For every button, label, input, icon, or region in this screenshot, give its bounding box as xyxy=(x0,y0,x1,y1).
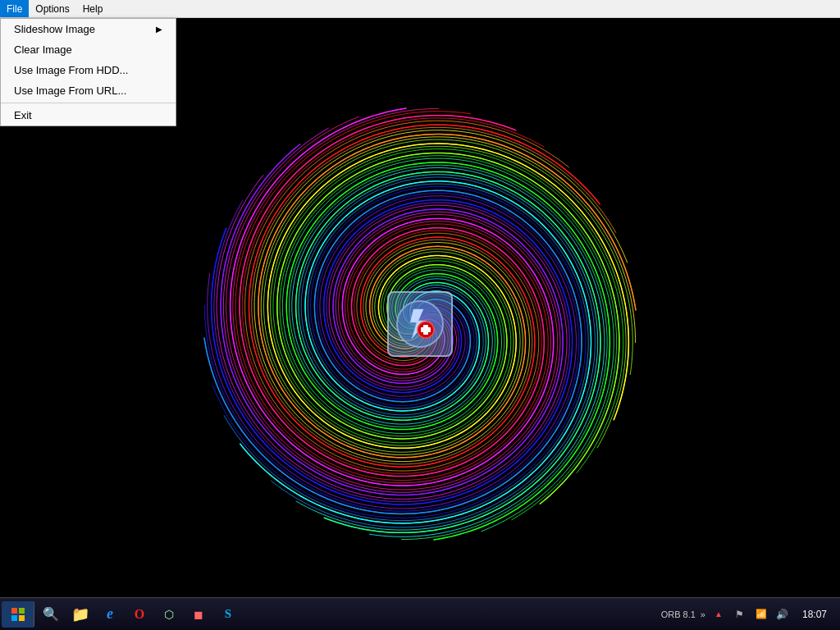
menu-slideshow-image[interactable]: Slideshow Image ▶ xyxy=(1,19,176,39)
tray-icon-flag: ⚑ xyxy=(732,606,748,623)
taskbar-icon-ie[interactable]: e xyxy=(97,601,123,628)
menu-use-image-hdd[interactable]: Use Image From HDD... xyxy=(1,60,176,80)
menu-help[interactable]: Help xyxy=(76,0,110,17)
file-dropdown: Slideshow Image ▶ Clear Image Use Image … xyxy=(0,18,176,126)
taskbar-icon-search[interactable]: 🔍 xyxy=(38,601,64,628)
tray-arrows[interactable]: » xyxy=(701,609,705,619)
menubar: File Options Help Slideshow Image ▶ Clea… xyxy=(0,0,840,18)
taskbar-icon-skype[interactable]: S xyxy=(215,601,241,628)
submenu-arrow: ▶ xyxy=(156,25,162,34)
windows-flag-icon xyxy=(11,608,25,621)
svg-rect-3 xyxy=(421,327,431,332)
system-tray: ORB 8.1 » ▲ ⚑ 📶 🔊 18:07 xyxy=(661,606,840,623)
menu-clear-image[interactable]: Clear Image xyxy=(1,39,176,60)
system-clock: 18:07 xyxy=(796,609,833,620)
start-button[interactable] xyxy=(2,601,34,628)
menu-file[interactable]: File xyxy=(0,0,29,17)
taskbar-icon-opera[interactable]: O xyxy=(126,601,153,628)
tray-icon-signal: 📶 xyxy=(753,606,769,623)
orb-label: ORB 8.1 xyxy=(661,609,696,619)
taskbar-icon-app2[interactable]: ◼ xyxy=(185,601,212,628)
taskbar-icon-app1[interactable]: ⬡ xyxy=(156,601,182,628)
tray-icon-triangle-up: ▲ xyxy=(710,606,727,623)
menu-options[interactable]: Options xyxy=(29,0,75,17)
taskbar-icon-folder[interactable]: 📁 xyxy=(67,601,94,628)
taskbar: 🔍 📁 e O ⬡ ◼ S ORB 8.1 » ▲ ⚑ 📶 🔊 18:07 xyxy=(0,597,840,630)
tray-icon-volume[interactable]: 🔊 xyxy=(774,606,791,623)
app-icon-svg xyxy=(395,299,445,349)
menu-use-image-url[interactable]: Use Image From URL... xyxy=(1,80,176,101)
menu-separator xyxy=(1,103,176,103)
app-icon xyxy=(387,291,453,357)
menu-exit[interactable]: Exit xyxy=(1,105,176,126)
